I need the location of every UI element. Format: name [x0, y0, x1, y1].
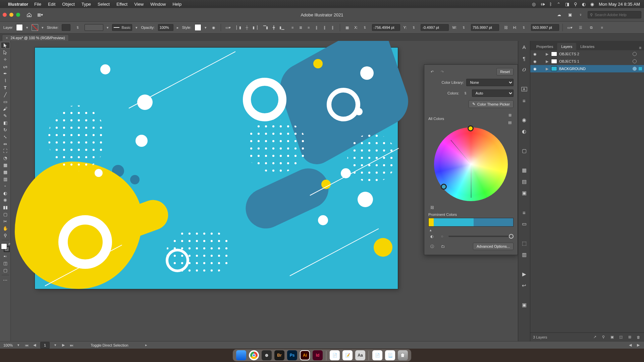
x-stepper[interactable]: ⥮: [361, 24, 369, 31]
zoom-dropdown-icon[interactable]: ▾: [16, 343, 21, 347]
menubar-app-name[interactable]: Illustrator: [8, 2, 28, 7]
artboards-panel-icon[interactable]: ▣: [520, 301, 528, 309]
variable-width-profile[interactable]: [85, 24, 103, 31]
fill-dropdown-icon[interactable]: ▾: [26, 25, 28, 30]
minimize-window-button[interactable]: [9, 13, 13, 17]
disclosure-icon[interactable]: ▶: [546, 52, 549, 56]
help-search-input[interactable]: [595, 13, 635, 17]
home-button[interactable]: [25, 10, 34, 19]
zoom-value[interactable]: 100%: [3, 343, 13, 347]
help-search[interactable]: ⚲: [588, 11, 641, 18]
graph-tool[interactable]: ▮▮: [1, 204, 10, 210]
wheel-marker-yellow[interactable]: [468, 125, 474, 131]
recolor-undo-icon[interactable]: ↶: [428, 68, 436, 75]
info-icon[interactable]: ⓘ: [428, 243, 436, 250]
target-icon[interactable]: [633, 52, 637, 56]
type-tool[interactable]: T: [1, 84, 10, 90]
menu-help[interactable]: Help: [172, 2, 181, 7]
magic-wand-tool[interactable]: ✧: [1, 56, 10, 62]
vwp-dropdown-icon[interactable]: ▾: [107, 25, 109, 30]
align-to-icon[interactable]: ▭▾: [224, 24, 232, 31]
eyedropper-tool[interactable]: ⁃: [1, 183, 10, 189]
align-left-icon[interactable]: ▏▮: [235, 24, 243, 31]
h-stepper[interactable]: ⥮: [520, 24, 528, 31]
wheel-marker-cyan[interactable]: [441, 184, 447, 190]
selection-tool[interactable]: [1, 42, 10, 48]
make-clip-icon[interactable]: ▣: [609, 334, 615, 340]
fill-box[interactable]: [1, 243, 7, 249]
tray-control-center-icon[interactable]: ◨: [565, 2, 569, 7]
dock-app-illustrator[interactable]: Ai: [300, 350, 310, 360]
delete-layer-icon[interactable]: 🗑: [635, 334, 641, 340]
layer-row[interactable]: ◉ ▶ OBJECTS 2: [530, 50, 644, 58]
prominent-swatch-cyan[interactable]: [434, 218, 473, 226]
layer-row-selected[interactable]: ◉ ▶ BACKGROUND: [530, 65, 644, 72]
colors-stepper[interactable]: ⥮: [462, 89, 469, 97]
slider-knob[interactable]: [509, 234, 514, 239]
align-top-icon[interactable]: ▔▮: [262, 24, 269, 31]
x-input[interactable]: [372, 24, 400, 31]
color-theme-picker-button[interactable]: ✎ Color Theme Picker: [469, 100, 514, 108]
tray-wifi-icon[interactable]: ⌃: [557, 2, 560, 7]
actions-panel-icon[interactable]: ▶: [520, 270, 528, 278]
dock-app-notes[interactable]: 📝: [342, 350, 353, 360]
stroke-panel-icon[interactable]: ≡: [520, 208, 528, 217]
scale-tool[interactable]: ⤡: [1, 134, 10, 140]
advanced-options-button[interactable]: Advanced Options...: [473, 243, 514, 250]
screen-mode[interactable]: ▢: [1, 267, 10, 273]
menu-file[interactable]: File: [34, 2, 41, 7]
paintbrush-tool[interactable]: 🖌: [1, 106, 10, 112]
hand-tool[interactable]: ✋: [1, 225, 10, 231]
visibility-icon[interactable]: ◉: [532, 52, 538, 56]
zoom-window-button[interactable]: [16, 13, 20, 17]
last-artboard-icon[interactable]: ⏭: [69, 343, 74, 347]
menu-select[interactable]: Select: [98, 2, 110, 7]
layer-name[interactable]: OBJECTS 2: [559, 52, 631, 56]
layer-name[interactable]: BACKGROUND: [559, 67, 631, 71]
stroke-stepper[interactable]: ⥮: [74, 24, 81, 31]
dock-trash[interactable]: 🗑: [398, 350, 408, 360]
tray-spotlight-icon[interactable]: ⚲: [574, 2, 577, 7]
dock-app-photoshop[interactable]: Ps: [287, 350, 297, 360]
w-input[interactable]: [471, 24, 499, 31]
image-trace-panel-icon[interactable]: ▢: [520, 147, 528, 155]
first-artboard-icon[interactable]: ⏮: [24, 343, 29, 347]
distribute-hcenter-icon[interactable]: ∥: [321, 24, 328, 31]
distribute-bottom-icon[interactable]: ≡: [305, 24, 312, 31]
link-wh-icon[interactable]: ⛓: [502, 24, 510, 31]
target-icon[interactable]: [633, 59, 637, 63]
dock-doc-2[interactable]: 📃: [385, 350, 395, 360]
scroll-right-icon[interactable]: ▶: [636, 343, 641, 347]
recolor-redo-icon[interactable]: ↷: [438, 68, 446, 75]
fill-swatch[interactable]: [16, 24, 23, 31]
workspace-switcher[interactable]: ▦▾: [36, 10, 44, 19]
edit-toolbar-icon[interactable]: ⋯: [1, 277, 10, 283]
disclosure-icon[interactable]: ▶: [546, 67, 549, 71]
list-view-icon[interactable]: ▤: [506, 119, 514, 126]
tab-properties[interactable]: Properties: [532, 43, 557, 50]
character-panel-icon[interactable]: A: [520, 43, 528, 51]
pen-tool[interactable]: ✒: [1, 70, 10, 76]
artboard-tool[interactable]: ▢: [1, 211, 10, 217]
brightness-slider[interactable]: [448, 236, 514, 237]
close-window-button[interactable]: [3, 13, 7, 17]
layer-row[interactable]: ◉ ▶ OBJECTS 1: [530, 58, 644, 65]
distribute-top-icon[interactable]: ≡: [289, 24, 296, 31]
y-input[interactable]: [421, 24, 449, 31]
visibility-icon[interactable]: ◉: [532, 59, 538, 64]
lasso-tool[interactable]: ᔕ: [1, 63, 10, 69]
symbols-panel-icon[interactable]: ▣: [520, 189, 528, 197]
disclosure-icon[interactable]: ▶: [546, 59, 549, 64]
artboard-dropdown-icon[interactable]: ▾: [53, 343, 58, 347]
dock-app-fontbook[interactable]: Aa: [355, 350, 365, 360]
panel-menu-icon[interactable]: ≡: [636, 46, 644, 50]
dock-app-textedit[interactable]: 📄: [330, 350, 340, 360]
eraser-tool[interactable]: ◧: [1, 120, 10, 126]
h-input[interactable]: [531, 24, 559, 31]
distribute-vcenter-icon[interactable]: ≣: [297, 24, 304, 31]
tray-cc-icon[interactable]: ◎: [532, 2, 536, 7]
transform-ref-point[interactable]: ▦: [343, 24, 351, 31]
brush-definition[interactable]: Basic: [112, 24, 132, 31]
status-more-icon[interactable]: ▸: [145, 343, 147, 347]
stroke-weight-input[interactable]: [62, 24, 70, 31]
